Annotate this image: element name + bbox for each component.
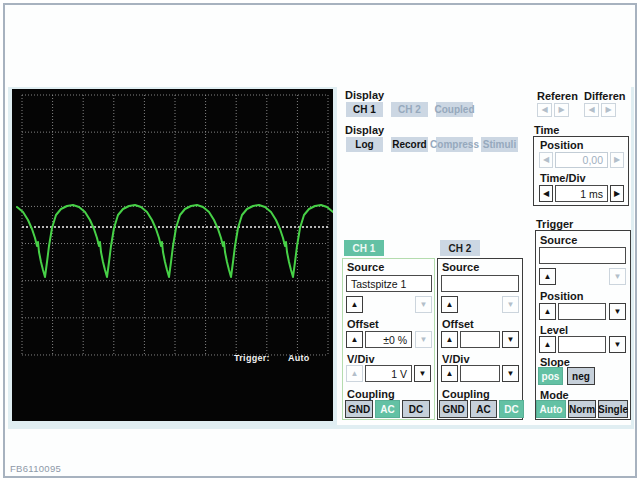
right-arrow-icon: ▶ [605,106,611,114]
down-arrow-icon: ▼ [614,341,622,349]
up-arrow-icon: ▲ [351,336,359,344]
scope-trigger-mode-value: Auto [288,353,310,363]
ch1-coupling-gnd-button[interactable]: GND [345,400,373,418]
ch1-source-label: Source [347,261,384,273]
trigger-slope-pos-button[interactable]: pos [538,367,563,385]
ch1-vdiv-label: V/Div [347,353,375,365]
scope-status-line: Trigger:Auto [234,353,310,363]
ch2-coupling-ac-button[interactable]: AC [470,400,497,418]
display-log-button[interactable]: Log [346,137,383,152]
ch1-source-up-button[interactable]: ▲ [346,296,363,313]
trigger-source-down-button[interactable]: ▼ [609,268,626,285]
up-arrow-icon: ▲ [544,273,552,281]
trigger-source-field[interactable] [539,247,626,264]
trigger-slope-neg-button[interactable]: neg [567,367,595,385]
differential-label: Differen [584,90,626,102]
time-position-label: Position [540,139,583,151]
ch2-source-label: Source [442,261,479,273]
trigger-level-label: Level [540,324,568,336]
ch2-offset-down-button[interactable]: ▼ [502,331,519,348]
trigger-level-field[interactable] [558,336,606,353]
ch2-vdiv-field[interactable] [460,365,500,382]
ch2-offset-field[interactable] [460,331,500,348]
ch2-source-up-button[interactable]: ▲ [441,296,458,313]
down-arrow-icon: ▼ [420,301,428,309]
up-arrow-icon: ▲ [446,336,454,344]
ch1-coupling-dc-button[interactable]: DC [402,400,430,418]
ch2-source-field[interactable] [441,275,519,292]
down-arrow-icon: ▼ [507,370,515,378]
reference-prev-button[interactable]: ◀ [537,103,552,117]
scope-display: Trigger:Auto [12,89,333,421]
up-arrow-icon: ▲ [446,370,454,378]
time-group-label: Time [534,124,559,136]
trigger-level-down-button[interactable]: ▼ [609,336,626,353]
trigger-mode-norm-button[interactable]: Norm [568,400,596,418]
timediv-value-field[interactable]: 1 ms [555,185,608,202]
ch2-coupling-dc-button[interactable]: DC [499,400,524,418]
trigger-position-up-button[interactable]: ▲ [539,303,556,320]
display-coupled-button[interactable]: Coupled [436,102,473,117]
ch1-vdiv-field[interactable]: 1 V [365,365,412,382]
left-arrow-icon: ◀ [543,190,549,198]
trigger-group-label: Trigger [536,218,573,230]
scope-graticule-and-trace [12,89,333,421]
display-stimuli-button[interactable]: Stimuli [481,137,518,152]
tab-ch1[interactable]: CH 1 [344,240,384,256]
display-record-button[interactable]: Record [391,137,428,152]
trigger-level-up-button[interactable]: ▲ [539,336,556,353]
display-ch1-button[interactable]: CH 1 [346,102,383,117]
differential-next-button[interactable]: ▶ [601,103,616,117]
ch2-source-down-button[interactable]: ▼ [502,296,519,313]
ch1-coupling-ac-button[interactable]: AC [375,400,400,418]
trigger-mode-auto-button[interactable]: Auto [536,400,566,418]
time-position-decrement-button[interactable]: ◀ [539,152,553,168]
up-arrow-icon: ▲ [544,308,552,316]
up-arrow-icon: ▲ [351,301,359,309]
tab-ch2[interactable]: CH 2 [440,240,480,256]
ch1-offset-field[interactable]: ±0 % [365,331,412,348]
figure-code: FB6110095 [10,463,61,474]
ch2-vdiv-down-button[interactable]: ▼ [502,365,519,382]
oscilloscope-app-window: Trigger:Auto Display CH 1 CH 2 Coupled D… [0,0,643,486]
timediv-label: Time/Div [540,172,586,184]
time-position-increment-button[interactable]: ▶ [610,152,624,168]
ch2-coupling-label: Coupling [442,388,490,400]
right-arrow-icon: ▶ [614,190,620,198]
reference-next-button[interactable]: ▶ [554,103,569,117]
ch2-coupling-gnd-button[interactable]: GND [439,400,468,418]
up-arrow-icon: ▲ [544,341,552,349]
right-arrow-icon: ▶ [614,156,620,164]
trigger-position-down-button[interactable]: ▼ [609,303,626,320]
right-arrow-icon: ▶ [558,106,564,114]
ch1-vdiv-up-button[interactable]: ▲ [346,365,363,382]
ch2-vdiv-up-button[interactable]: ▲ [441,365,458,382]
trigger-source-up-button[interactable]: ▲ [539,268,556,285]
down-arrow-icon: ▼ [507,301,515,309]
ch1-source-down-button[interactable]: ▼ [415,296,432,313]
up-arrow-icon: ▲ [351,370,359,378]
time-position-value-field[interactable]: 0,00 [555,152,608,168]
ch1-source-field[interactable]: Tastspitze 1 [346,275,432,292]
ch2-offset-up-button[interactable]: ▲ [441,331,458,348]
ch1-offset-up-button[interactable]: ▲ [346,331,363,348]
ch1-offset-down-button[interactable]: ▼ [415,331,432,348]
reference-label: Referen [537,90,578,102]
timediv-decrement-button[interactable]: ◀ [539,185,553,202]
ch1-vdiv-down-button[interactable]: ▼ [414,365,431,382]
trigger-source-label: Source [540,234,577,246]
differential-prev-button[interactable]: ◀ [584,103,599,117]
trigger-mode-single-button[interactable]: Single [598,400,628,418]
trigger-position-label: Position [540,290,583,302]
display-modes-label: Display [345,124,384,136]
scope-status-label: Trigger: [234,353,270,363]
display-ch2-button[interactable]: CH 2 [391,102,428,117]
down-arrow-icon: ▼ [419,370,427,378]
ch1-coupling-label: Coupling [347,388,395,400]
ch2-vdiv-label: V/Div [442,353,470,365]
display-compress-button[interactable]: Compress [436,137,473,152]
left-arrow-icon: ◀ [588,106,594,114]
down-arrow-icon: ▼ [507,336,515,344]
trigger-position-field[interactable] [558,303,606,320]
timediv-increment-button[interactable]: ▶ [610,185,624,202]
